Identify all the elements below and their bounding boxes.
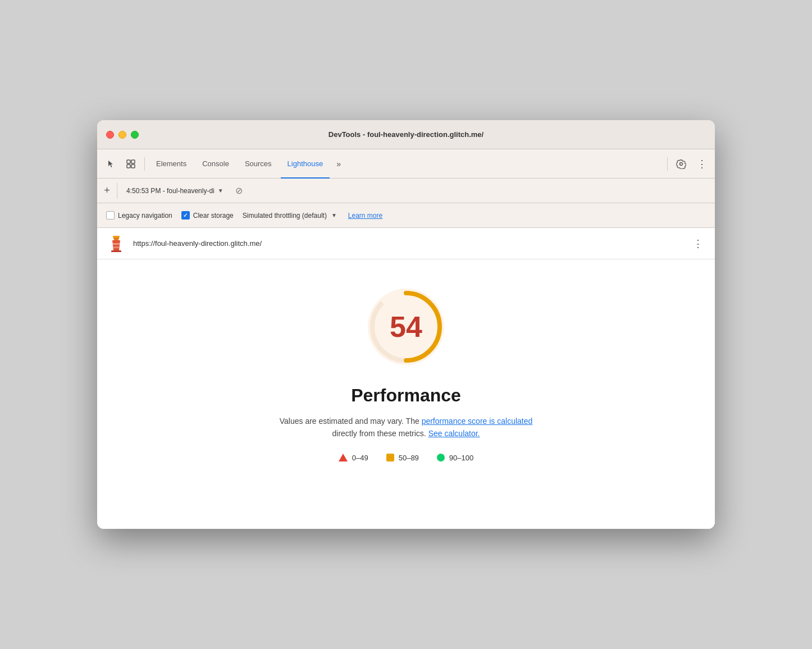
tab-divider xyxy=(144,157,145,171)
red-triangle-icon xyxy=(339,454,348,461)
calculator-link[interactable]: See calculator. xyxy=(428,429,480,438)
svg-marker-8 xyxy=(112,243,120,245)
score-gauge: 54 xyxy=(361,282,451,372)
tab-divider-right xyxy=(667,157,668,171)
url-row: https://foul-heavenly-direction.glitch.m… xyxy=(97,228,715,259)
learn-more-link[interactable]: Learn more xyxy=(348,212,382,220)
orange-square-icon xyxy=(386,454,394,461)
legacy-nav-label: Legacy navigation xyxy=(118,212,172,220)
green-circle-icon xyxy=(437,454,445,461)
toolbar-row: + 4:50:53 PM - foul-heavenly-di ▼ ⊘ xyxy=(97,179,715,203)
svg-marker-9 xyxy=(113,246,120,248)
throttling-dropdown-arrow: ▼ xyxy=(331,212,337,218)
cursor-icon[interactable] xyxy=(102,155,120,173)
options-row: Legacy navigation Clear storage Simulate… xyxy=(97,203,715,228)
tab-sources[interactable]: Sources xyxy=(238,149,279,179)
url-display: https://foul-heavenly-direction.glitch.m… xyxy=(133,239,683,248)
svg-rect-1 xyxy=(131,160,135,163)
block-requests-icon[interactable]: ⊘ xyxy=(232,184,246,198)
tabs-bar: Elements Console Sources Lighthouse » ⋮ xyxy=(97,149,715,179)
svg-rect-0 xyxy=(127,160,130,163)
main-content: 54 Performance Values are estimated and … xyxy=(97,259,715,529)
score-value: 54 xyxy=(390,312,422,341)
tab-lighthouse[interactable]: Lighthouse xyxy=(281,149,330,179)
clear-storage-group[interactable]: Clear storage xyxy=(181,211,234,220)
orange-range: 50–89 xyxy=(399,454,419,462)
legend-red: 0–49 xyxy=(339,454,368,462)
traffic-lights xyxy=(106,131,139,139)
svg-marker-7 xyxy=(112,240,120,250)
session-selector[interactable]: 4:50:53 PM - foul-heavenly-di ▼ xyxy=(122,185,228,197)
legend-green: 90–100 xyxy=(437,454,473,462)
url-menu-button[interactable]: ⋮ xyxy=(690,236,706,252)
settings-icon[interactable] xyxy=(672,155,690,173)
more-tabs-button[interactable]: » xyxy=(332,155,345,173)
close-button[interactable] xyxy=(106,131,114,139)
inspect-icon[interactable] xyxy=(122,155,140,173)
description-mid: directly from these metrics. xyxy=(332,429,426,438)
legacy-nav-checkbox[interactable] xyxy=(106,211,115,220)
svg-rect-5 xyxy=(114,239,118,240)
session-text: 4:50:53 PM - foul-heavenly-di xyxy=(126,187,215,195)
throttling-label: Simulated throttling (default) xyxy=(243,212,327,220)
perf-title: Performance xyxy=(351,385,461,406)
add-session-button[interactable]: + xyxy=(102,183,117,199)
clear-storage-label: Clear storage xyxy=(193,212,234,220)
title-bar: DevTools - foul-heavenly-direction.glitc… xyxy=(97,120,715,149)
svg-rect-3 xyxy=(131,164,135,168)
lighthouse-logo-icon xyxy=(106,234,126,254)
perf-score-link[interactable]: performance score is calculated xyxy=(422,417,533,426)
perf-description: Values are estimated and may vary. The p… xyxy=(280,415,533,440)
clear-storage-checkbox[interactable] xyxy=(181,211,190,220)
session-dropdown-arrow: ▼ xyxy=(218,188,223,194)
svg-rect-10 xyxy=(111,250,121,252)
maximize-button[interactable] xyxy=(131,131,139,139)
tab-console[interactable]: Console xyxy=(195,149,236,179)
score-legend: 0–49 50–89 90–100 xyxy=(339,454,473,462)
window-title: DevTools - foul-heavenly-direction.glitc… xyxy=(329,130,483,139)
legacy-nav-group[interactable]: Legacy navigation xyxy=(106,211,172,220)
legend-orange: 50–89 xyxy=(386,454,419,462)
minimize-button[interactable] xyxy=(118,131,126,139)
description-static: Values are estimated and may vary. The xyxy=(280,417,419,426)
svg-rect-2 xyxy=(127,164,130,168)
green-range: 90–100 xyxy=(449,454,473,462)
tab-elements[interactable]: Elements xyxy=(149,149,193,179)
devtools-window: DevTools - foul-heavenly-direction.glitc… xyxy=(97,120,715,529)
red-range: 0–49 xyxy=(352,454,368,462)
svg-rect-6 xyxy=(113,236,120,237)
throttling-dropdown[interactable]: Simulated throttling (default) ▼ xyxy=(243,212,337,220)
more-options-icon[interactable]: ⋮ xyxy=(692,155,710,173)
